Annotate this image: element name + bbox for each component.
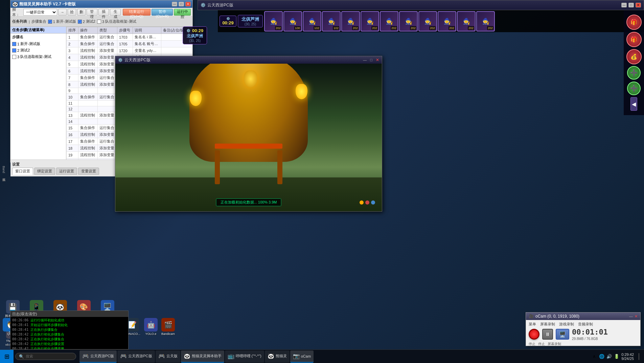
tray-sound-icon[interactable]: 🔊	[606, 354, 612, 360]
taskbar-search[interactable]: 🔍 搜索	[15, 353, 76, 360]
table-row[interactable]: 3流程控制添加变量1720变量名 ydy…	[67, 47, 192, 54]
ocam-menu-game[interactable]: 游戏录制	[559, 322, 574, 327]
run-button[interactable]: 运行中控	[174, 9, 191, 16]
hud-location-box[interactable]: 北俱芦洲 (30, 25)	[238, 15, 263, 27]
pause-button[interactable]: 暂停(Ctrl+R)	[152, 9, 173, 16]
script-select[interactable]: 一键开日常	[23, 9, 57, 16]
step-cb-1[interactable]	[12, 42, 16, 46]
taskbar-app-ocam[interactable]: 📷 oCam	[290, 350, 314, 363]
table-cell-3: 1705	[117, 41, 133, 47]
task-tree-row-1[interactable]: 1 新开-测试版	[10, 41, 66, 47]
bot-close-btn[interactable]: ✕	[185, 2, 191, 6]
step-cb-3[interactable]	[12, 55, 16, 59]
ocam-menu-bar: 菜单 屏幕录制 游戏录制 音频录制	[529, 322, 638, 327]
char-avatar-1[interactable]: 🧙202	[264, 11, 283, 31]
float-maximize-btn[interactable]: □	[370, 58, 372, 62]
char-avatar-2[interactable]: 🧙100	[283, 11, 302, 31]
add-btn-2[interactable]: ➕	[627, 82, 641, 95]
task-step-list[interactable]: 步骤名 1 新开-测试版 2 测试2 3 队伍选取框架-测试	[10, 34, 66, 159]
taskbar-app-game2[interactable]: 🎮 云天西游PC版	[117, 350, 155, 363]
step-cb-2[interactable]	[12, 48, 16, 52]
taskbar-app-bili[interactable]: 📺 哔哩哔哩 ("^-^")	[225, 350, 264, 363]
task-checkbox-1[interactable]: ✓	[48, 20, 52, 24]
float-game-content[interactable]: 正在加载初始化数据... 100% 3.9M	[115, 64, 382, 211]
right-deco-btn-3[interactable]: 💰	[626, 49, 642, 64]
table-cell-0: 6	[67, 68, 78, 74]
float-minimize-btn[interactable]: —	[363, 58, 367, 62]
ocam-pause-btn[interactable]: ⏸	[542, 329, 553, 340]
manage-button[interactable]: 管理	[87, 9, 97, 16]
dot-btn-3[interactable]	[371, 200, 375, 205]
maximize-button[interactable]: □	[628, 3, 634, 7]
task-group-label[interactable]: 步骤集合	[31, 19, 46, 24]
settings-tab-window[interactable]: 窗口设置	[12, 168, 33, 175]
ocam-menu-main[interactable]: 菜单	[529, 322, 536, 327]
table-cell-1: 集合操作	[78, 138, 98, 145]
scroll-left-arrow[interactable]: ◀	[630, 97, 637, 111]
char-avatar-7[interactable]: 🧙202	[380, 11, 398, 31]
stop-button[interactable]: 结束运行(Ctrl+Q)	[123, 9, 151, 16]
ocam-close-btn[interactable]: ✕	[635, 314, 638, 319]
tray-battery-icon[interactable]: 🔋	[614, 354, 620, 360]
bottom-icon-bandicam[interactable]: 🎬 Bandicam	[160, 317, 176, 348]
task-tree-header: 任务步骤(古键菜单)	[10, 27, 66, 34]
del-button[interactable]: 删	[77, 9, 86, 16]
close-button[interactable]: ✕	[636, 3, 641, 7]
taskbar-app-game3[interactable]: 🎮 云天版	[156, 350, 180, 363]
bot-maximize-btn[interactable]: □	[179, 2, 184, 6]
settings-tab-bind[interactable]: 绑定设置	[34, 168, 55, 175]
char-avatar-3[interactable]: 🧙102	[303, 11, 321, 31]
log-header[interactable]: 日志(双击清空)	[10, 311, 128, 317]
table-cell-1: 流程控制	[78, 131, 98, 138]
right-deco-btn-2[interactable]: 🎁	[626, 32, 642, 47]
table-cell-1: 集合操作	[78, 94, 98, 101]
char-avatar-10[interactable]: 🧙202	[438, 11, 456, 31]
minimize-button[interactable]: —	[621, 3, 627, 7]
task-checkbox-2[interactable]: ✓	[78, 20, 82, 24]
table-row[interactable]: 2集合操作运行集合1705集名名 账号…	[67, 41, 192, 47]
table-cell-1: 流程控制	[78, 47, 98, 54]
float-close-btn[interactable]: ✕	[376, 58, 379, 62]
dot-btn-2[interactable]	[365, 200, 369, 205]
ocam-minimize-btn[interactable]: —	[629, 314, 633, 318]
add-button[interactable]: 拾	[68, 9, 76, 16]
table-cell-2: 添加变量	[98, 112, 117, 119]
table-cell-2: 运行集合	[98, 41, 117, 47]
taskbar-app-pandaspirit[interactable]: 🐼 熊猫灵	[265, 350, 290, 363]
char-avatar-9[interactable]: 🧙202	[418, 11, 437, 31]
ocam-menu-audio[interactable]: 音频录制	[578, 322, 593, 327]
start-button[interactable]: ⊞	[0, 350, 14, 363]
mini-location: 北俱芦洲	[187, 33, 203, 39]
table-cell-4: 集名名 i 添…	[133, 34, 161, 41]
char-avatar-12[interactable]: 🧙202	[476, 11, 495, 31]
table-cell-1: 集合操作	[78, 34, 98, 41]
ocam-stop-record-btn[interactable]	[529, 329, 539, 340]
add-btn-1[interactable]: ➕	[627, 66, 641, 80]
table-row[interactable]: 1集合操作运行集合1703集名名 i 添…	[67, 34, 192, 41]
tray-network-icon[interactable]: 🌐	[599, 354, 605, 360]
ocam-screen-record-btn[interactable]: 🖥️	[556, 329, 569, 340]
task-tree-row-3[interactable]: 3 队伍选取框架-测试	[10, 54, 66, 60]
tray-arrow-icon[interactable]: ∧	[591, 354, 597, 360]
taskbar-app-bot[interactable]: 🐼 熊猫灵灵脚本助手	[181, 350, 224, 363]
settings-tab-var[interactable]: 变量设置	[78, 168, 99, 175]
char-avatar-5[interactable]: 🧙202	[341, 11, 360, 31]
generate-button[interactable]: 生成	[110, 9, 121, 16]
bot-minimize-btn[interactable]: —	[172, 2, 177, 6]
char-avatar-8[interactable]: 🧙202	[399, 11, 418, 31]
plugin-button[interactable]: 插件	[98, 9, 109, 16]
right-deco-btn-1[interactable]: 🎁	[626, 15, 642, 30]
bottom-icon-yolo[interactable]: 🤖 YOLO.e	[143, 317, 159, 348]
task-checkbox-3[interactable]	[97, 20, 101, 24]
taskbar-app-game1[interactable]: 🎮 云天西游PC版	[79, 350, 117, 363]
ocam-menu-screen[interactable]: 屏幕录制	[540, 322, 555, 327]
show-desktop-btn[interactable]	[634, 353, 644, 360]
col-type: 类型	[98, 27, 117, 34]
char-avatar-4[interactable]: 🧙102	[322, 11, 341, 31]
task-tree-row-2[interactable]: 2 测试2	[10, 47, 66, 54]
arrow-button[interactable]: →	[58, 9, 67, 16]
settings-tab-run[interactable]: 运行设置	[56, 168, 77, 175]
char-avatar-6[interactable]: 🧙202	[361, 11, 379, 31]
char-avatar-11[interactable]: 🧙202	[457, 11, 476, 31]
dot-btn-1[interactable]	[360, 200, 364, 205]
